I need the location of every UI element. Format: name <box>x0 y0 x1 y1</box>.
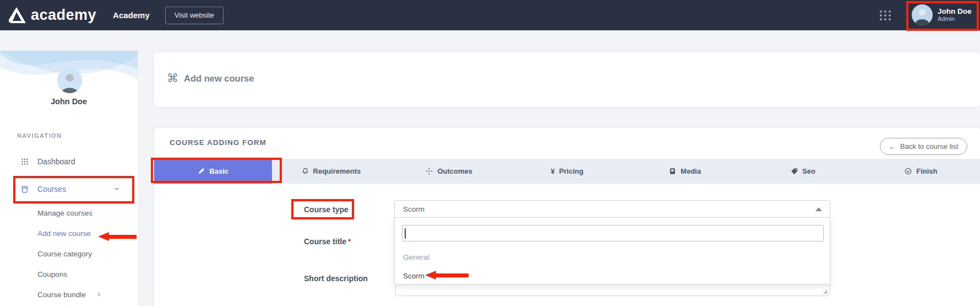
course-type-select[interactable]: Scorm <box>394 200 830 218</box>
tab-seo[interactable]: Seo <box>744 159 862 184</box>
required-asterisk: * <box>348 237 351 246</box>
user-name: John Doe <box>938 7 972 16</box>
bell-icon <box>302 168 309 175</box>
tab-outcomes[interactable]: Outcomes <box>390 159 508 184</box>
sidebar-item-label: Courses <box>37 185 66 194</box>
sidebar-item-manage-courses[interactable]: Manage courses <box>0 203 138 223</box>
media-icon <box>669 168 676 175</box>
chevron-right-icon <box>96 292 102 298</box>
sidebar-item-label: Course category <box>37 250 92 258</box>
user-menu[interactable]: John Doe Admin <box>912 4 972 25</box>
caret-up-icon <box>815 207 822 211</box>
arrow-left-icon: ← <box>889 142 896 151</box>
tab-label: Seo <box>802 167 815 175</box>
academy-logo-icon <box>6 6 28 25</box>
sidebar-item-add-new-course[interactable]: Add new course <box>0 223 138 244</box>
tab-basic[interactable]: Basic <box>154 159 272 184</box>
sidebar-item-courses[interactable]: Courses <box>0 175 138 203</box>
page-title: ⌘ Add new course <box>167 72 254 85</box>
chevron-down-icon <box>112 186 121 192</box>
trailing-icon-wrap <box>112 186 121 192</box>
page-title-text: Add new course <box>184 73 254 84</box>
pen-icon <box>198 168 205 175</box>
sidebar-item-coupons[interactable]: Coupons <box>0 264 138 284</box>
resize-handle-icon[interactable] <box>823 289 828 294</box>
tab-label: Requirements <box>313 167 361 175</box>
profile-name: John Doe <box>0 97 138 106</box>
trailing-icon-wrap <box>96 292 102 298</box>
tab-label: Media <box>680 167 701 175</box>
tab-label: Basic <box>209 167 228 175</box>
dropdown-search-input[interactable] <box>402 225 824 241</box>
text-cursor <box>405 228 406 239</box>
tab-finish[interactable]: Finish <box>862 159 980 184</box>
sidebar-item-label: Course bundle <box>37 291 86 299</box>
logo-wordmark: academy <box>31 7 96 24</box>
tag-icon <box>791 168 798 175</box>
tab-label: Pricing <box>559 167 584 175</box>
grid-icon <box>20 158 29 165</box>
yen-icon: ¥ <box>551 167 554 175</box>
academy-logo[interactable]: academy <box>6 6 96 25</box>
sidebar-item-course-bundle[interactable]: Course bundle <box>0 284 138 305</box>
course-type-selected-value: Scorm <box>403 205 424 213</box>
move-icon <box>426 168 433 175</box>
dropdown-options: GeneralScorm <box>395 248 830 285</box>
course-type-dropdown: GeneralScorm <box>394 217 830 284</box>
profile-avatar[interactable] <box>57 68 82 93</box>
visit-website-button[interactable]: Visit website <box>165 7 224 24</box>
form-card-title: COURSE ADDING FORM <box>170 138 266 147</box>
sidebar-item-label: Add new course <box>37 229 91 238</box>
app-window: academy Academy Visit website <box>0 0 980 306</box>
course-title-label: Course title* <box>304 237 351 246</box>
page-header-card: ⌘ Add new course <box>154 52 980 107</box>
tab-bar: BasicRequirementsOutcomes¥PricingMediaSe… <box>154 159 980 184</box>
tab-requirements[interactable]: Requirements <box>272 159 390 184</box>
dropdown-option-scorm[interactable]: Scorm <box>395 266 830 285</box>
check-circle-icon <box>905 168 912 175</box>
apps-grid-icon[interactable] <box>879 9 892 22</box>
basket-icon <box>20 185 29 194</box>
sidebar-nav: DashboardCoursesManage coursesAdd new co… <box>0 148 138 305</box>
user-avatar <box>912 4 933 25</box>
sidebar-item-label: Dashboard <box>37 157 75 166</box>
tab-pricing[interactable]: ¥Pricing <box>508 159 626 184</box>
command-icon: ⌘ <box>167 72 178 85</box>
sidebar: John Doe NAVIGATION DashboardCoursesMana… <box>0 51 138 306</box>
sidebar-item-dashboard[interactable]: Dashboard <box>0 148 138 175</box>
sidebar-item-label: Manage courses <box>37 209 92 217</box>
top-navbar: academy Academy Visit website <box>0 0 980 30</box>
user-role: Admin <box>938 15 972 23</box>
tab-label: Finish <box>916 167 937 175</box>
navigation-section-label: NAVIGATION <box>17 132 62 139</box>
course-type-label: Course type <box>304 205 349 214</box>
short-description-label: Short description <box>304 274 368 283</box>
app-name: Academy <box>113 10 150 20</box>
tab-label: Outcomes <box>437 167 472 175</box>
sidebar-item-course-category[interactable]: Course category <box>0 244 138 264</box>
tab-media[interactable]: Media <box>626 159 744 184</box>
dropdown-option-general[interactable]: General <box>395 248 830 266</box>
back-to-course-list-button[interactable]: ← Back to course list <box>880 138 967 155</box>
sidebar-item-label: Coupons <box>37 270 67 278</box>
back-button-label: Back to course list <box>900 142 959 151</box>
